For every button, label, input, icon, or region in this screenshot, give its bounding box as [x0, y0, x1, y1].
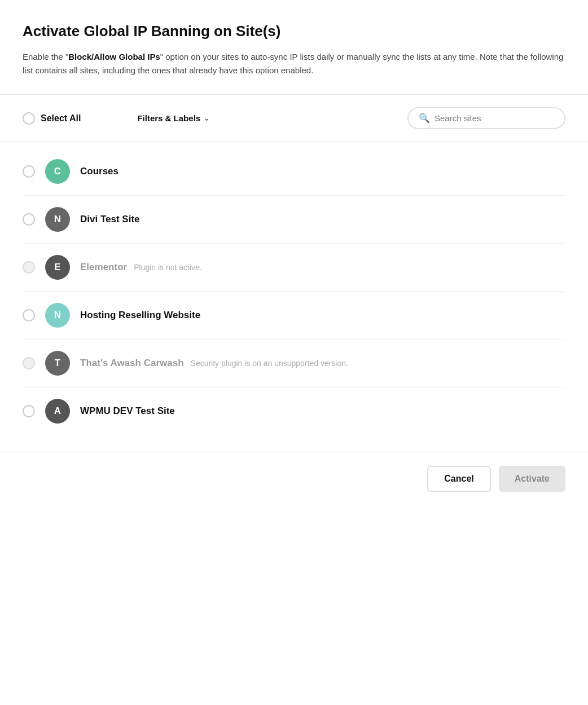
- list-item: NHosting Reselling Website: [23, 291, 565, 339]
- site-avatar: C: [45, 159, 70, 184]
- site-info: ElementorPlugin is not active.: [80, 262, 202, 273]
- site-info: WPMU DEV Test Site: [80, 406, 175, 417]
- modal-description: Enable the "Block/Allow Global IPs" opti…: [23, 50, 564, 77]
- site-info: Divi Test Site: [80, 214, 140, 225]
- site-avatar: N: [45, 303, 70, 328]
- site-name: Courses: [80, 166, 119, 177]
- site-name: WPMU DEV Test Site: [80, 406, 175, 417]
- site-info: Courses: [80, 166, 119, 177]
- site-avatar: T: [45, 351, 70, 376]
- site-avatar: A: [45, 399, 70, 424]
- list-item: AWPMU DEV Test Site: [23, 387, 565, 435]
- site-checkbox: [23, 357, 35, 369]
- site-name: Elementor: [80, 262, 127, 273]
- site-checkbox[interactable]: [23, 405, 35, 417]
- modal-title: Activate Global IP Banning on Site(s): [23, 23, 565, 40]
- search-box: 🔍: [407, 107, 565, 129]
- activate-button[interactable]: Activate: [499, 466, 565, 492]
- search-icon: 🔍: [419, 113, 430, 124]
- cancel-button[interactable]: Cancel: [427, 466, 490, 492]
- site-checkbox: [23, 261, 35, 274]
- list-item: NDivi Test Site: [23, 195, 565, 243]
- site-name: Divi Test Site: [80, 214, 140, 225]
- list-item: CCourses: [23, 148, 565, 195]
- site-name: That's Awash Carwash: [80, 358, 184, 369]
- filters-labels-button[interactable]: Filters & Labels ⌄: [137, 113, 209, 123]
- site-name: Hosting Reselling Website: [80, 310, 200, 321]
- site-checkbox[interactable]: [23, 309, 35, 321]
- select-all-checkbox[interactable]: [23, 112, 35, 125]
- sites-list: CCoursesNDivi Test SiteEElementorPlugin …: [23, 142, 565, 440]
- site-info: Hosting Reselling Website: [80, 310, 200, 321]
- search-input[interactable]: [435, 113, 554, 123]
- site-note: Plugin is not active.: [134, 263, 202, 272]
- list-item: TThat's Awash CarwashSecurity plugin is …: [23, 339, 565, 387]
- filters-labels-text: Filters & Labels: [137, 113, 200, 123]
- select-all-label: Select All: [41, 113, 81, 124]
- site-checkbox[interactable]: [23, 165, 35, 178]
- chevron-down-icon: ⌄: [204, 114, 209, 122]
- site-avatar: N: [45, 207, 70, 232]
- toolbar: Select All Filters & Labels ⌄ 🔍: [23, 95, 565, 142]
- site-info: That's Awash CarwashSecurity plugin is o…: [80, 358, 348, 369]
- select-all-area[interactable]: Select All: [23, 112, 81, 125]
- site-checkbox[interactable]: [23, 213, 35, 226]
- site-avatar: E: [45, 255, 70, 280]
- site-note: Security plugin is on an unsupported ver…: [191, 359, 348, 368]
- list-item: EElementorPlugin is not active.: [23, 243, 565, 291]
- bold-text: Block/Allow Global IPs: [68, 52, 160, 61]
- modal-footer: Cancel Activate: [0, 452, 588, 505]
